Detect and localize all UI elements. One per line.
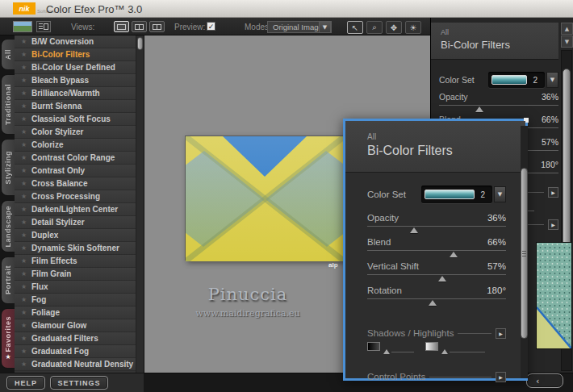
filter-item[interactable]: ★Glamour Glow (15, 319, 144, 332)
filter-item[interactable]: ★Contrast Only (15, 165, 144, 177)
shadows-slider-handle[interactable] (383, 349, 390, 354)
slider-handle[interactable] (450, 252, 458, 257)
slider-handle[interactable] (410, 227, 418, 233)
favorite-star-icon[interactable]: ★ (21, 257, 31, 265)
favorite-star-icon[interactable]: ★ (21, 206, 31, 213)
slider-track[interactable] (439, 105, 558, 106)
panel-scroll-up-button[interactable]: ▲ (561, 23, 573, 35)
highlights-slider-handle[interactable] (441, 349, 448, 354)
tab-landscape[interactable]: Landscape (1, 200, 15, 252)
filter-item[interactable]: ★Foliage (15, 307, 144, 319)
filter-item[interactable]: ★Bleach Bypass (15, 74, 144, 87)
help-button[interactable]: HELP (6, 376, 45, 390)
favorite-star-icon[interactable]: ★ (21, 309, 31, 316)
favorite-star-icon[interactable]: ★ (21, 141, 31, 148)
side-by-side-view-button[interactable] (149, 21, 165, 32)
slider-track[interactable] (367, 298, 506, 299)
filter-item[interactable]: ★Color Stylizer (15, 126, 144, 139)
filter-item[interactable]: ★Colorize (15, 139, 144, 152)
favorite-star-icon[interactable]: ★ (21, 231, 31, 239)
tab-favorites[interactable]: Favorites★ (1, 308, 15, 369)
filter-item[interactable]: ★Flux (15, 281, 144, 294)
zoom-panel-scrollbar-thumb[interactable] (521, 168, 528, 339)
filter-item[interactable]: ★B/W Conversion (15, 35, 144, 48)
tab-all[interactable]: All (1, 39, 15, 70)
slider-track[interactable] (367, 274, 506, 275)
shadows-highlights-expand-button[interactable]: ▶ (496, 328, 506, 339)
filter-item[interactable]: ★Graduated Fog (15, 345, 144, 358)
collapse-panel-button[interactable]: ‹ (526, 373, 563, 388)
filter-item[interactable]: ★Cross Processing (15, 190, 144, 203)
filter-list-scrollbar[interactable] (136, 35, 144, 373)
filter-item[interactable]: ★Burnt Sienna (15, 100, 144, 113)
favorite-star-icon[interactable]: ★ (21, 167, 31, 174)
favorite-star-icon[interactable]: ★ (21, 361, 31, 368)
favorite-star-icon[interactable]: ★ (21, 180, 31, 187)
modes-dropdown-arrow[interactable]: ▼ (319, 21, 331, 33)
tab-traditional[interactable]: Traditional (1, 74, 15, 134)
panel-scrollbar-thumb[interactable] (563, 69, 571, 251)
favorite-star-icon[interactable]: ★ (21, 193, 31, 200)
favorite-star-icon[interactable]: ★ (21, 77, 31, 84)
favorite-star-icon[interactable]: ★ (21, 348, 31, 355)
slider-handle[interactable] (438, 276, 446, 281)
slider-track[interactable] (367, 226, 506, 227)
pan-tool-button[interactable]: ✥ (386, 21, 402, 34)
favorite-star-icon[interactable]: ★ (21, 244, 31, 252)
control-points-expand-button[interactable]: ▶ (496, 372, 506, 382)
favorite-star-icon[interactable]: ★ (21, 38, 31, 45)
settings-button[interactable]: SETTINGS (50, 376, 108, 390)
favorite-star-icon[interactable]: ★ (21, 154, 31, 161)
filter-item[interactable]: ★Fog (15, 294, 144, 307)
color-set-picker[interactable]: 2 (488, 72, 545, 88)
color-set-dropdown-arrow[interactable]: ▼ (494, 186, 506, 202)
filter-item[interactable]: ★Film Grain (15, 268, 144, 281)
favorite-star-icon[interactable]: ★ (21, 322, 31, 329)
control-points-expand-button[interactable]: ▶ (548, 219, 558, 230)
filter-item[interactable]: ★Bi-Color Filters (15, 48, 144, 61)
filter-browser-toggle-button[interactable] (36, 21, 51, 32)
preview-checkbox[interactable]: ✓ (207, 22, 215, 31)
filter-preview-thumbnail[interactable] (536, 242, 572, 349)
shadows-highlights-expand-button[interactable]: ▶ (548, 187, 558, 198)
filter-item[interactable]: ★Brilliance/Warmth (15, 87, 144, 100)
slider-handle[interactable] (429, 300, 437, 306)
filter-item[interactable]: ★Contrast Color Range (15, 152, 144, 165)
favorite-star-icon[interactable]: ★ (21, 270, 31, 277)
zoom-tool-button[interactable]: ⌕ (366, 21, 383, 34)
favorite-star-icon[interactable]: ★ (21, 283, 31, 290)
selection-arrow-tool-button[interactable]: ↖ (347, 21, 363, 34)
filter-item[interactable]: ★Bi-Color User Defined (15, 61, 144, 74)
filter-item[interactable]: ★Graduated Filters (15, 332, 144, 345)
filter-item[interactable]: ★Cross Balance (15, 177, 144, 190)
split-view-button[interactable] (132, 21, 147, 32)
preview-image[interactable] (185, 136, 344, 261)
favorite-star-icon[interactable]: ★ (21, 51, 31, 58)
filter-item[interactable]: ★Detail Stylizer (15, 216, 144, 229)
favorite-star-icon[interactable]: ★ (21, 296, 31, 303)
zoom-panel-scrollbar[interactable] (521, 126, 528, 378)
slider-track[interactable] (367, 250, 506, 251)
tab-portrait[interactable]: Portrait (1, 256, 15, 304)
favorite-star-icon[interactable]: ★ (21, 335, 31, 342)
tab-stylizing[interactable]: Stylizing (1, 139, 15, 197)
single-view-button[interactable] (114, 21, 129, 32)
favorite-star-icon[interactable]: ★ (21, 219, 31, 226)
color-set-picker[interactable]: 2 (421, 186, 492, 203)
panel-scroll-down-button[interactable]: ▼ (561, 35, 573, 48)
background-color-tool-button[interactable]: ☀ (405, 21, 421, 34)
filter-list-scrollbar-thumb[interactable] (137, 37, 143, 50)
color-set-dropdown-arrow[interactable]: ▼ (546, 72, 558, 88)
image-thumbnail-button[interactable] (13, 21, 32, 32)
slider-handle[interactable] (475, 106, 483, 112)
filter-item[interactable]: ★Graduated Neutral Density (15, 358, 144, 371)
filter-item[interactable]: ★Dynamic Skin Softener (15, 242, 144, 255)
filter-item[interactable]: ★Duplex (15, 229, 144, 242)
favorite-star-icon[interactable]: ★ (21, 115, 31, 123)
favorite-star-icon[interactable]: ★ (21, 128, 31, 136)
favorite-star-icon[interactable]: ★ (21, 64, 31, 71)
filter-item[interactable]: ★Classical Soft Focus (15, 113, 144, 126)
favorite-star-icon[interactable]: ★ (21, 90, 31, 97)
filter-item[interactable]: ★Darken/Lighten Center (15, 203, 144, 216)
favorite-star-icon[interactable]: ★ (21, 102, 31, 110)
